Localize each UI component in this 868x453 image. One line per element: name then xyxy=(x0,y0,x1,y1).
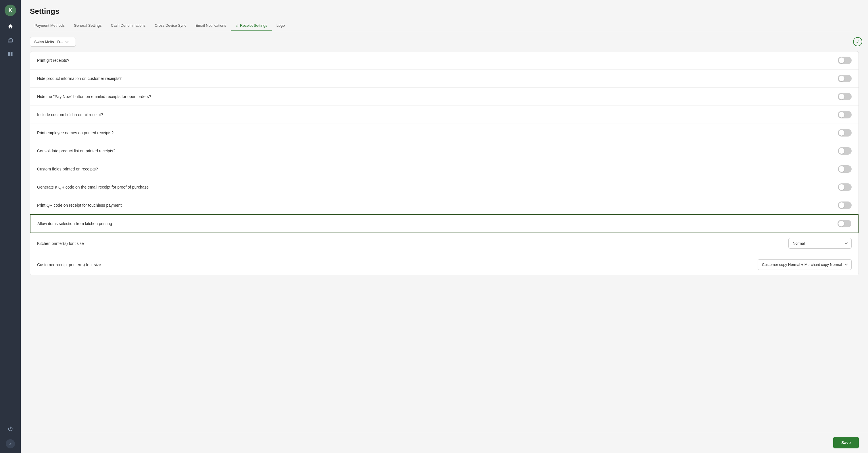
settings-label-allow-items-selection: Allow items selection from kitchen print… xyxy=(37,221,112,226)
toggle-print-employee-names[interactable] xyxy=(838,129,851,137)
settings-label-print-gift-receipts: Print gift receipts? xyxy=(37,58,69,63)
store-selector: Swiss Melts - D... xyxy=(30,37,859,47)
store-dropdown[interactable]: Swiss Melts - D... xyxy=(30,37,76,47)
tab-label: Payment Methods xyxy=(34,23,65,28)
settings-row-print-qr-code: Print QR code on receipt for touchless p… xyxy=(30,196,859,214)
sidebar: K > xyxy=(0,0,21,453)
sidebar-item-gift2[interactable] xyxy=(5,48,16,60)
toggle-print-gift-receipts[interactable] xyxy=(838,57,851,64)
tab-label: Logo xyxy=(277,23,285,28)
toggle-allow-items-selection[interactable] xyxy=(838,220,851,228)
settings-label-print-employee-names: Print employee names on printed receipts… xyxy=(37,130,114,135)
footer-bar: Save xyxy=(21,432,868,453)
settings-card: Print gift receipts?Hide product informa… xyxy=(30,51,859,275)
tab-cash-denominations[interactable]: Cash Denominations xyxy=(106,21,150,31)
sidebar-item-power[interactable] xyxy=(5,423,16,434)
settings-row-custom-fields-printed: Custom fields printed on receipts? xyxy=(30,160,859,178)
toggle-consolidate-product-list[interactable] xyxy=(838,147,851,155)
store-dropdown-label: Swiss Melts - D... xyxy=(34,40,63,44)
settings-label-generate-qr-code: Generate a QR code on the email receipt … xyxy=(37,185,149,189)
tabs-nav: Payment MethodsGeneral SettingsCash Deno… xyxy=(30,21,859,31)
tab-label: Email Notifications xyxy=(195,23,226,28)
settings-label-print-qr-code: Print QR code on receipt for touchless p… xyxy=(37,203,122,208)
svg-rect-2 xyxy=(8,54,10,56)
chevron-down-icon xyxy=(65,41,69,43)
tab-payment-methods[interactable]: Payment Methods xyxy=(30,21,69,31)
star-icon: ☆ xyxy=(236,23,239,28)
main-content: Settings Payment MethodsGeneral Settings… xyxy=(21,0,868,453)
content-area: ✓ Swiss Melts - D... Print gift receipts… xyxy=(21,31,868,432)
tab-email-notifications[interactable]: Email Notifications xyxy=(191,21,231,31)
toggle-hide-product-info[interactable] xyxy=(838,75,851,82)
svg-rect-0 xyxy=(8,52,10,54)
tab-label: Receipt Settings xyxy=(240,23,267,28)
settings-label-hide-pay-now: Hide the "Pay Now" button on emailed rec… xyxy=(37,94,151,99)
page-title: Settings xyxy=(30,7,859,16)
toggle-generate-qr-code[interactable] xyxy=(838,183,851,191)
tab-general-settings[interactable]: General Settings xyxy=(69,21,106,31)
settings-row-kitchen-printer-font: Kitchen printer(s) font sizeSmallNormalL… xyxy=(30,233,859,254)
settings-row-generate-qr-code: Generate a QR code on the email receipt … xyxy=(30,178,859,196)
sidebar-item-home[interactable] xyxy=(5,21,16,32)
settings-row-print-employee-names: Print employee names on printed receipts… xyxy=(30,124,859,142)
sidebar-expand-button[interactable]: > xyxy=(6,439,15,448)
tab-cross-device-sync[interactable]: Cross Device Sync xyxy=(150,21,191,31)
save-button[interactable]: Save xyxy=(833,437,859,448)
settings-label-include-custom-field: Include custom field in email receipt? xyxy=(37,112,103,117)
toggle-custom-fields-printed[interactable] xyxy=(838,165,851,173)
settings-row-customer-receipt-font: Customer receipt printer(s) font sizeCus… xyxy=(30,254,859,275)
tab-label: General Settings xyxy=(74,23,102,28)
settings-row-print-gift-receipts: Print gift receipts? xyxy=(30,52,859,69)
settings-label-consolidate-product-list: Consolidate product list on printed rece… xyxy=(37,149,115,153)
settings-row-hide-product-info: Hide product information on customer rec… xyxy=(30,69,859,88)
toggle-hide-pay-now[interactable] xyxy=(838,93,851,100)
tab-logo[interactable]: Logo xyxy=(272,21,289,31)
settings-label-kitchen-printer-font: Kitchen printer(s) font size xyxy=(37,241,84,246)
settings-label-hide-product-info: Hide product information on customer rec… xyxy=(37,76,122,81)
page-header: Settings Payment MethodsGeneral Settings… xyxy=(21,0,868,31)
settings-row-hide-pay-now: Hide the "Pay Now" button on emailed rec… xyxy=(30,88,859,106)
svg-rect-1 xyxy=(11,52,13,54)
check-circle-icon: ✓ xyxy=(853,37,862,46)
toggle-print-qr-code[interactable] xyxy=(838,202,851,209)
tab-label: Cross Device Sync xyxy=(155,23,186,28)
tab-receipt-settings[interactable]: ☆Receipt Settings xyxy=(231,21,272,31)
settings-row-consolidate-product-list: Consolidate product list on printed rece… xyxy=(30,142,859,160)
select-customer-receipt-font[interactable]: Customer copy Normal + Merchant copy Nor… xyxy=(757,259,851,270)
settings-row-allow-items-selection: Allow items selection from kitchen print… xyxy=(30,214,859,233)
settings-label-custom-fields-printed: Custom fields printed on receipts? xyxy=(37,167,98,171)
settings-label-customer-receipt-font: Customer receipt printer(s) font size xyxy=(37,263,101,267)
select-kitchen-printer-font[interactable]: SmallNormalLarge xyxy=(788,238,851,249)
svg-rect-3 xyxy=(11,54,13,56)
settings-row-include-custom-field: Include custom field in email receipt? xyxy=(30,106,859,124)
toggle-include-custom-field[interactable] xyxy=(838,111,851,118)
avatar[interactable]: K xyxy=(5,5,16,16)
sidebar-item-gift1[interactable] xyxy=(5,34,16,46)
tab-label: Cash Denominations xyxy=(111,23,146,28)
